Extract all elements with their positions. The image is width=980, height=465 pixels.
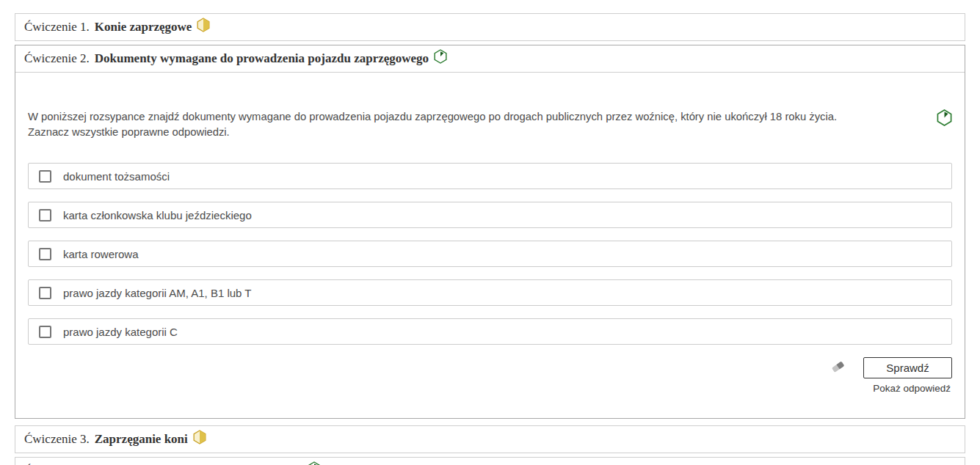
exercise-number: Ćwiczenie 2. xyxy=(24,51,90,66)
exercise-2-body: W poniższej rozsypance znajdź dokumenty … xyxy=(15,73,965,418)
instruction-line-1: W poniższej rozsypance znajdź dokumenty … xyxy=(28,109,837,125)
difficulty-hexagon-green-icon xyxy=(434,49,447,67)
answer-option-row[interactable]: dokument tożsamości xyxy=(28,163,952,189)
exercise-3-section: Ćwiczenie 3. Zaprzęganie koni xyxy=(15,425,965,453)
difficulty-hexagon-yellow-icon xyxy=(197,18,210,36)
instruction-line-2: Zaznacz wszystkie poprawne odpowiedzi. xyxy=(28,125,837,140)
option-label: karta członkowska klubu jeździeckiego xyxy=(63,209,252,221)
exercise-number: Ćwiczenie 1. xyxy=(24,20,90,34)
exercise-accordion-page: Ćwiczenie 1. Konie zaprzęgowe Ćwiczenie … xyxy=(0,0,980,465)
instruction-block: W poniższej rozsypance znajdź dokumenty … xyxy=(28,109,952,140)
exercise-title: Konie zaprzęgowe xyxy=(95,20,192,34)
instruction-text: W poniższej rozsypance znajdź dokumenty … xyxy=(28,109,837,140)
exercise-number: Ćwiczenie 3. xyxy=(24,432,90,447)
option-label: karta rowerowa xyxy=(63,248,139,260)
option-label: prawo jazdy kategorii C xyxy=(63,326,178,338)
checkbox-unchecked[interactable] xyxy=(39,209,51,221)
checkbox-unchecked[interactable] xyxy=(39,248,51,260)
exercise-2-header[interactable]: Ćwiczenie 2. Dokumenty wymagane do prowa… xyxy=(15,45,965,73)
option-label: prawo jazdy kategorii AM, A1, B1 lub T xyxy=(63,287,252,299)
option-label: dokument tożsamości xyxy=(63,170,170,183)
difficulty-hexagon-yellow-icon xyxy=(193,430,206,448)
difficulty-hexagon-green-icon xyxy=(308,461,321,465)
checkbox-unchecked[interactable] xyxy=(39,326,51,338)
answer-option-row[interactable]: prawo jazdy kategorii C xyxy=(28,318,952,345)
exercise-1-header[interactable]: Ćwiczenie 1. Konie zaprzęgowe xyxy=(15,13,965,41)
exercise-4-header[interactable]: Ćwiczenie 4. Pojazdy zaprzęgowe – kodeks… xyxy=(15,457,965,465)
exercise-4-section: Ćwiczenie 4. Pojazdy zaprzęgowe – kodeks… xyxy=(15,457,965,465)
exercise-1-section: Ćwiczenie 1. Konie zaprzęgowe xyxy=(15,13,965,41)
exercise-title: Dokumenty wymagane do prowadzenia pojazd… xyxy=(95,51,429,66)
answer-option-row[interactable]: prawo jazdy kategorii AM, A1, B1 lub T xyxy=(28,279,952,306)
exercise-footer: Sprawdź Pokaż odpowiedź xyxy=(28,357,952,394)
exercise-title: Zaprzęganie koni xyxy=(95,432,188,447)
show-answer-link[interactable]: Pokaż odpowiedź xyxy=(873,383,952,394)
answer-option-row[interactable]: karta członkowska klubu jeździeckiego xyxy=(28,202,952,228)
exercise-3-header[interactable]: Ćwiczenie 3. Zaprzęganie koni xyxy=(15,425,965,453)
answer-option-row[interactable]: karta rowerowa xyxy=(28,241,952,267)
exercise-2-section: Ćwiczenie 2. Dokumenty wymagane do prowa… xyxy=(15,45,965,419)
difficulty-hexagon-green-icon xyxy=(937,109,952,129)
eraser-icon[interactable] xyxy=(830,359,846,377)
checkbox-unchecked[interactable] xyxy=(39,170,51,183)
checkbox-unchecked[interactable] xyxy=(39,287,51,299)
check-button[interactable]: Sprawdź xyxy=(863,357,952,378)
